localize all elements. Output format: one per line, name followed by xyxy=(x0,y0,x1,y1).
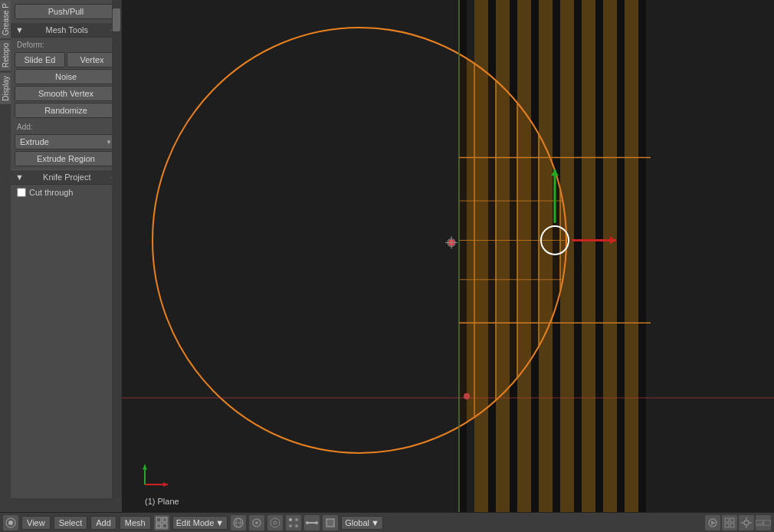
edit-mode-arrow: ▼ xyxy=(215,518,224,527)
svg-rect-31 xyxy=(574,0,582,512)
knife-project-arrow: ▼ xyxy=(15,172,24,182)
svg-rect-30 xyxy=(560,0,574,512)
svg-point-86 xyxy=(289,524,292,527)
render-icon[interactable] xyxy=(705,515,720,530)
edit-mode-label: Edit Mode xyxy=(176,518,215,527)
vertex-mode-icon[interactable] xyxy=(286,515,301,530)
extrude-arrow: ▼ xyxy=(106,139,112,146)
mesh-tools-arrow: ▼ xyxy=(15,25,24,34)
svg-rect-33 xyxy=(595,0,603,512)
slide-vertex-row: Slide Ed Vertex xyxy=(15,52,117,67)
scene-icon[interactable] xyxy=(722,515,737,530)
slide-edge-button[interactable]: Slide Ed xyxy=(15,52,65,67)
knife-project-label: Knife Project xyxy=(43,172,90,182)
svg-point-81 xyxy=(255,521,258,524)
svg-rect-37 xyxy=(638,0,646,512)
svg-point-72 xyxy=(8,521,13,525)
user-prefs-icon[interactable]: SCR xyxy=(756,515,771,530)
add-button[interactable]: Add xyxy=(90,516,116,530)
randomize-button[interactable]: Randomize xyxy=(15,103,117,118)
svg-point-63 xyxy=(464,393,470,399)
svg-rect-95 xyxy=(730,518,734,522)
svg-point-83 xyxy=(274,521,277,524)
svg-rect-97 xyxy=(730,524,734,527)
svg-rect-75 xyxy=(156,524,161,528)
svg-rect-96 xyxy=(725,524,729,527)
svg-point-87 xyxy=(295,524,298,527)
left-panel: Push/Pull ▼ Mesh Tools ··· Deform: Slide… xyxy=(11,0,122,498)
svg-point-89 xyxy=(306,521,309,524)
edge-mode-icon[interactable] xyxy=(304,515,320,530)
mesh-tools-label: Mesh Tools xyxy=(46,25,88,34)
viewport[interactable]: (1) Plane xyxy=(122,0,774,512)
vertex-button[interactable]: Vertex xyxy=(67,52,117,67)
push-pull-button[interactable]: Push/Pull xyxy=(15,4,117,19)
global-arrow: ▼ xyxy=(371,518,379,527)
svg-rect-28 xyxy=(539,0,553,512)
plane-label: (1) Plane xyxy=(145,497,179,506)
deform-label: Deform: xyxy=(11,38,121,51)
svg-rect-21 xyxy=(459,0,467,512)
cut-through-label: Cut through xyxy=(29,188,73,197)
svg-marker-93 xyxy=(711,521,716,525)
tab-display[interactable]: Display xyxy=(0,73,11,104)
extrude-dropdown[interactable]: Extrude ▼ xyxy=(15,134,117,149)
svg-rect-73 xyxy=(156,517,161,522)
global-dropdown[interactable]: Global ▼ xyxy=(341,516,383,530)
tab-grease-p[interactable]: Grease P xyxy=(0,0,11,38)
global-label: Global xyxy=(345,518,369,527)
svg-point-90 xyxy=(315,521,318,524)
noise-button[interactable]: Noise xyxy=(15,69,117,84)
svg-rect-0 xyxy=(122,0,774,512)
view-button[interactable]: View xyxy=(21,516,51,530)
svg-rect-76 xyxy=(162,524,167,528)
svg-rect-24 xyxy=(496,0,510,512)
svg-rect-94 xyxy=(725,518,729,522)
cut-through-row: Cut through xyxy=(17,188,115,197)
svg-rect-74 xyxy=(162,517,167,522)
svg-rect-91 xyxy=(326,519,334,527)
svg-point-85 xyxy=(295,518,298,521)
scrollbar-thumb[interactable] xyxy=(113,8,120,31)
svg-rect-104 xyxy=(764,520,771,524)
extrude-label: Extrude xyxy=(20,137,49,146)
face-mode-icon[interactable] xyxy=(323,515,338,530)
knife-project-header: ▼ Knife Project ··· xyxy=(11,169,121,185)
snap-icon[interactable] xyxy=(249,515,264,530)
cut-through-checkbox[interactable] xyxy=(17,188,26,197)
add-label: Add: xyxy=(11,120,121,133)
svg-rect-25 xyxy=(510,0,517,512)
svg-point-98 xyxy=(744,521,749,525)
svg-rect-27 xyxy=(531,0,539,512)
globe-icon[interactable] xyxy=(231,515,246,530)
settings-icon[interactable] xyxy=(739,515,754,530)
proportional-icon[interactable] xyxy=(267,515,283,530)
svg-rect-22 xyxy=(474,0,488,512)
select-button[interactable]: Select xyxy=(54,516,88,530)
left-tabs: Grease P Retopo Display xyxy=(0,0,11,498)
extrude-dropdown-row: Extrude ▼ xyxy=(15,134,117,149)
svg-rect-36 xyxy=(625,0,638,512)
svg-point-82 xyxy=(271,518,280,527)
edit-mode-dropdown[interactable]: Edit Mode ▼ xyxy=(172,516,228,530)
tab-retopo[interactable]: Retopo xyxy=(0,40,11,71)
svg-rect-34 xyxy=(603,0,617,512)
svg-text:SCR: SCR xyxy=(758,521,765,525)
svg-rect-26 xyxy=(517,0,531,512)
svg-rect-35 xyxy=(617,0,625,512)
mesh-tools-header: ▼ Mesh Tools ··· xyxy=(11,23,121,38)
extrude-region-button[interactable]: Extrude Region xyxy=(15,151,117,166)
viewport-svg xyxy=(122,0,774,512)
svg-point-84 xyxy=(289,518,292,521)
svg-rect-32 xyxy=(582,0,595,512)
smooth-vertex-button[interactable]: Smooth Vertex xyxy=(15,86,117,101)
mesh-mode-icon[interactable] xyxy=(154,515,169,530)
scrollbar[interactable] xyxy=(112,0,121,498)
statusbar: View Select Add Mesh Edit Mode ▼ xyxy=(0,512,774,532)
mesh-button[interactable]: Mesh xyxy=(120,516,151,530)
engine-icon[interactable] xyxy=(3,515,18,530)
svg-rect-29 xyxy=(553,0,560,512)
